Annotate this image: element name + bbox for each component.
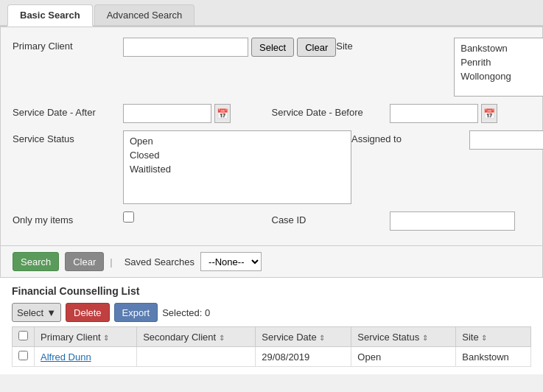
service-status-label: Service Status — [13, 130, 123, 144]
col-header-service-status: Service Status ⇕ — [351, 327, 456, 347]
status-option-waitlisted[interactable]: Waitlisted — [127, 162, 348, 176]
results-area: Financial Counselling List Select ▼ Dele… — [0, 278, 543, 374]
site-option-penrith[interactable]: Penrith — [458, 55, 543, 69]
primary-client-label: Primary Client — [13, 38, 123, 52]
tabs-bar: Basic Search Advanced Search — [0, 0, 543, 27]
search-form: Primary Client Select Clear Site Banksto… — [0, 27, 543, 246]
search-bar: Search Clear | Saved Searches --None-- — [0, 246, 543, 278]
only-my-items-checkbox[interactable] — [123, 211, 134, 223]
site-label: Site — [336, 38, 454, 52]
only-my-items-controls — [123, 211, 272, 223]
service-date-cell: 29/08/2019 — [256, 347, 351, 367]
divider: | — [110, 256, 112, 267]
service-date-after-calendar-icon[interactable]: 📅 — [214, 104, 231, 123]
primary-client-controls: Select Clear — [123, 38, 336, 57]
primary-client-input[interactable] — [123, 38, 248, 57]
tab-advanced-search[interactable]: Advanced Search — [94, 4, 195, 25]
results-table: Primary Client ⇕ Secondary Client ⇕ Serv… — [12, 326, 531, 367]
sort-service-status-icon[interactable]: ⇕ — [422, 334, 428, 342]
export-button[interactable]: Export — [114, 303, 158, 322]
saved-searches-select[interactable]: --None-- — [200, 252, 262, 271]
site-option-bankstown[interactable]: Bankstown — [458, 41, 543, 55]
tab-basic-search[interactable]: Basic Search — [7, 4, 93, 27]
col-header-checkbox — [13, 327, 35, 347]
service-date-before-controls: 📅 — [390, 104, 531, 123]
select-label: Select — [17, 307, 43, 318]
service-date-before-calendar-icon[interactable]: 📅 — [481, 104, 497, 123]
service-status-listbox[interactable]: Open Closed Waitlisted — [123, 130, 351, 204]
select-all-checkbox[interactable] — [18, 331, 28, 340]
assigned-to-input[interactable] — [469, 130, 543, 150]
service-status-cell: Open — [351, 347, 456, 367]
primary-client-cell: Alfred Dunn — [35, 347, 137, 367]
primary-client-select-button[interactable]: Select — [251, 38, 294, 57]
sort-service-date-icon[interactable]: ⇕ — [319, 334, 325, 342]
service-date-before-label: Service Date - Before — [272, 104, 390, 118]
status-option-closed[interactable]: Closed — [127, 148, 348, 162]
sort-primary-client-icon[interactable]: ⇕ — [103, 334, 109, 342]
results-toolbar: Select ▼ Delete Export Selected: 0 — [12, 303, 531, 322]
primary-client-clear-button[interactable]: Clear — [297, 38, 336, 57]
select-dropdown[interactable]: Select ▼ — [12, 303, 61, 322]
table-header: Primary Client ⇕ Secondary Client ⇕ Serv… — [13, 327, 531, 347]
secondary-client-cell — [137, 347, 256, 367]
search-button[interactable]: Search — [13, 252, 59, 271]
service-date-before-input[interactable] — [390, 104, 478, 123]
row-checkbox[interactable] — [18, 351, 28, 360]
col-header-primary-client: Primary Client ⇕ — [35, 327, 137, 347]
col-header-site: Site ⇕ — [456, 327, 531, 347]
selected-count: Selected: 0 — [162, 307, 210, 318]
only-my-items-label: Only my items — [13, 211, 123, 225]
saved-searches-label: Saved Searches — [125, 256, 195, 267]
table-row: Alfred Dunn 29/08/2019 Open Bankstown — [13, 347, 531, 367]
col-header-secondary-client: Secondary Client ⇕ — [137, 327, 256, 347]
site-cell: Bankstown — [456, 347, 531, 367]
status-option-open[interactable]: Open — [127, 134, 348, 148]
clear-button[interactable]: Clear — [65, 252, 104, 271]
service-date-after-controls: 📅 — [123, 104, 272, 123]
case-id-label: Case ID — [272, 211, 390, 225]
assigned-to-label: Assigned to — [351, 130, 469, 144]
select-chevron-icon: ▼ — [46, 307, 56, 318]
site-option-wollongong[interactable]: Wollongong — [458, 69, 543, 83]
delete-button[interactable]: Delete — [66, 303, 110, 322]
sort-site-icon[interactable]: ⇕ — [481, 334, 487, 342]
primary-client-link[interactable]: Alfred Dunn — [41, 351, 91, 363]
service-date-after-input[interactable] — [123, 104, 211, 123]
row-checkbox-cell — [13, 347, 35, 367]
site-listbox[interactable]: Bankstown Penrith Wollongong — [454, 38, 543, 97]
service-date-after-label: Service Date - After — [13, 104, 123, 118]
assigned-to-controls: ▼ — [469, 130, 543, 150]
case-id-input[interactable] — [390, 211, 515, 231]
results-title: Financial Counselling List — [12, 285, 531, 297]
sort-secondary-client-icon[interactable]: ⇕ — [219, 334, 225, 342]
col-header-service-date: Service Date ⇕ — [256, 327, 351, 347]
table-body: Alfred Dunn 29/08/2019 Open Bankstown — [13, 347, 531, 367]
